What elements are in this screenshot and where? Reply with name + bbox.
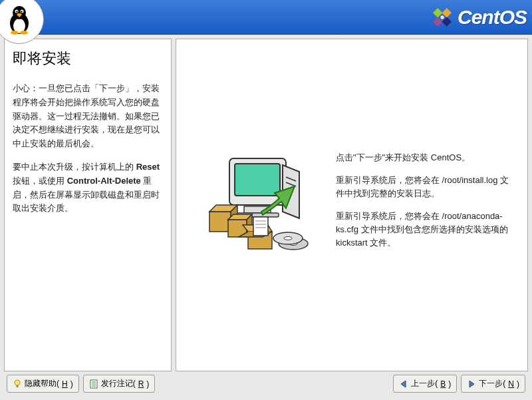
left-buttons: 隐藏帮助(H) 发行注记(R) [7, 375, 155, 393]
install-instruction-3: 重新引导系统后，您将会在 /root/anaconda-ks.cfg 文件中找到… [336, 210, 514, 250]
centos-brand: CentOS [431, 6, 527, 29]
svg-point-7 [11, 31, 19, 35]
svg-point-31 [15, 380, 20, 385]
svg-point-5 [16, 11, 17, 12]
notes-icon [89, 379, 98, 389]
svg-rect-23 [253, 217, 268, 236]
centos-icon [431, 6, 454, 29]
install-graphic [196, 145, 316, 265]
hide-help-button[interactable]: 隐藏帮助(H) [7, 375, 79, 393]
svg-point-8 [20, 31, 28, 35]
svg-rect-15 [235, 164, 280, 196]
triangle-left-icon [399, 379, 408, 389]
content-area: 即将安装 小心：一旦您已点击「下一步」，安装程序将会开始把操作系统写入您的硬盘驱… [0, 35, 532, 371]
svg-rect-20 [209, 212, 231, 232]
svg-point-6 [21, 11, 22, 12]
next-button[interactable]: 下一步(N) [461, 375, 525, 393]
bulb-icon [13, 379, 22, 389]
help-paragraph-1: 小心：一旦您已点击「下一步」，安装程序将会开始把操作系统写入您的硬盘驱动器。这一… [13, 82, 163, 151]
svg-point-30 [284, 237, 292, 240]
back-button[interactable]: 上一步(B) [393, 375, 457, 393]
right-buttons: 上一步(B) 下一步(N) [393, 375, 525, 393]
main-panel: 点击"下一步"来开始安装 CentOS。 重新引导系统后，您将会在 /root/… [176, 39, 528, 371]
install-instruction-1: 点击"下一步"来开始安装 CentOS。 [336, 151, 514, 164]
bottom-bar: 隐藏帮助(H) 发行注记(R) 上一步(B) 下一步(N) [0, 371, 532, 396]
install-info: 点击"下一步"来开始安装 CentOS。 重新引导系统后，您将会在 /root/… [336, 151, 514, 260]
header-bar: CentOS [0, 0, 532, 35]
install-instruction-2: 重新引导系统后，您将会在 /root/install.log 文件中找到完整的安… [336, 174, 514, 200]
help-panel: 即将安装 小心：一旦您已点击「下一步」，安装程序将会开始把操作系统写入您的硬盘驱… [4, 39, 172, 371]
help-title: 即将安装 [13, 49, 163, 69]
help-paragraph-2: 要中止本次升级，按计算机上的 Reset 按钮，或使用 Control-Alt-… [13, 160, 163, 216]
help-body: 小心：一旦您已点击「下一步」，安装程序将会开始把操作系统写入您的硬盘驱动器。这一… [13, 82, 163, 216]
svg-rect-32 [17, 385, 19, 387]
svg-point-13 [440, 15, 444, 19]
release-notes-button[interactable]: 发行注记(R) [83, 375, 156, 393]
triangle-right-icon [467, 379, 476, 389]
centos-brand-text: CentOS [458, 6, 527, 29]
